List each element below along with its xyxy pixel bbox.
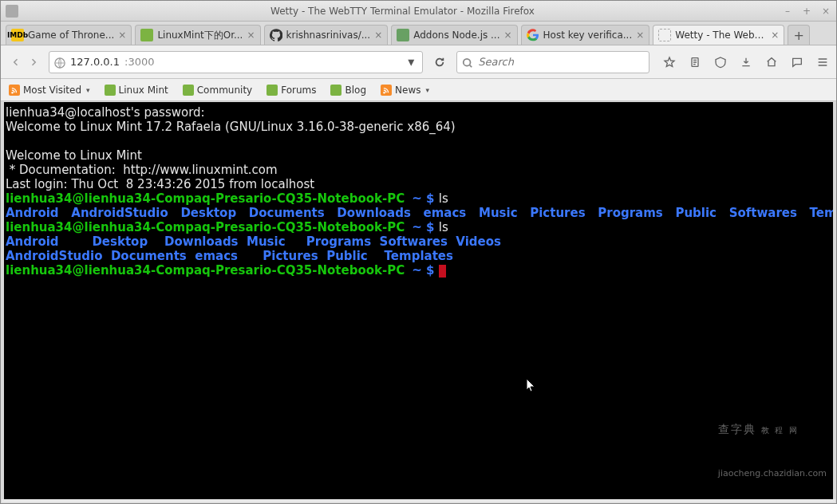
tab-label: LinuxMint下的Or... [157, 29, 243, 42]
search-input[interactable] [478, 56, 644, 68]
watermark-url: jiaocheng.chazidian.com [718, 467, 827, 481]
url-dropdown-icon[interactable]: ▾ [408, 54, 417, 69]
mint-icon [330, 85, 342, 96]
window-controls: – + × [782, 6, 831, 17]
url-port: :3000 [124, 56, 154, 68]
term-line: Welcome to Linux Mint 17.2 Rafaela (GNU/… [6, 120, 456, 134]
tab-item[interactable]: Addons Node.js ... × [391, 25, 517, 45]
bookmark-blog[interactable]: Blog [330, 85, 366, 96]
bookmark-label: Forums [281, 85, 316, 96]
github-favicon [270, 29, 282, 41]
term-line: Last login: Thu Oct 8 23:43:26 2015 from… [6, 177, 314, 191]
bookmark-linux-mint[interactable]: Linux Mint [105, 85, 168, 96]
downloads-icon[interactable] [739, 55, 753, 69]
menu-icon[interactable] [815, 55, 830, 69]
browser-tabstrip: IMDb Game of Throne... × LinuxMint下的Or..… [1, 22, 836, 45]
chat-icon[interactable] [790, 55, 804, 69]
pocket-icon[interactable] [713, 55, 728, 69]
google-favicon [527, 29, 539, 41]
window-titlebar: Wetty - The WebTTY Terminal Emulator - M… [1, 1, 836, 22]
terminal-output[interactable]: lienhua34@localhost's password: Welcome … [4, 102, 833, 500]
term-prompt-path: ~ [412, 263, 422, 278]
bookmark-label: Blog [345, 85, 366, 96]
watermark-big: 查字典 教 程 网 [718, 422, 827, 438]
tab-label: Game of Throne... [28, 30, 114, 41]
tab-close-icon[interactable]: × [118, 30, 126, 41]
maximize-button[interactable]: + [801, 6, 812, 17]
tab-close-icon[interactable]: × [374, 30, 382, 41]
bookmark-news[interactable]: News ▾ [381, 85, 429, 96]
bookmark-label: Most Visited [23, 85, 81, 96]
tab-close-icon[interactable]: × [247, 30, 255, 41]
tab-close-icon[interactable]: × [636, 30, 644, 41]
node-favicon [397, 29, 409, 41]
tab-label: Addons Node.js ... [413, 30, 499, 41]
tab-label: krishnasrinivas/... [286, 30, 371, 41]
tab-label: Wetty - The WebTTY ... [675, 30, 767, 41]
term-ls-output: Android Desktop Downloads Music Programs… [6, 234, 501, 249]
term-prompt-path: ~ [412, 191, 422, 206]
bookmark-most-visited[interactable]: Most Visited ▾ [9, 85, 90, 96]
tab-close-icon[interactable]: × [503, 30, 511, 41]
tab-item-active[interactable]: Wetty - The WebTTY ... × [653, 25, 784, 45]
terminal-cursor [439, 265, 446, 278]
reload-button[interactable] [431, 53, 448, 71]
term-prompt-userhost: lienhua34@lienhua34-Compaq-Presario-CQ35… [6, 191, 405, 206]
blank-favicon [658, 29, 671, 41]
rss-icon [9, 85, 20, 96]
window-app-icon [6, 5, 18, 18]
term-line: Welcome to Linux Mint [6, 148, 142, 163]
tab-item[interactable]: krishnasrinivas/... × [264, 25, 389, 45]
tab-close-icon[interactable]: × [771, 30, 779, 41]
bookmark-forums[interactable]: Forums [266, 85, 316, 96]
minimize-button[interactable]: – [782, 6, 793, 17]
tab-item[interactable]: IMDb Game of Throne... × [6, 25, 132, 45]
imdb-favicon: IMDb [11, 29, 24, 41]
term-line: lienhua34@localhost's password: [6, 105, 205, 120]
bookmark-label: Community [197, 85, 252, 96]
term-prompt-sep: $ [422, 191, 439, 206]
nav-toolbar: 127.0.0.1:3000 ▾ [1, 45, 836, 79]
bookmark-label: News [395, 85, 420, 96]
svg-point-1 [464, 58, 471, 65]
rss-icon [381, 85, 392, 96]
tab-item[interactable]: Host key verifica... × [521, 25, 650, 45]
tab-item[interactable]: LinuxMint下的Or... × [135, 25, 260, 45]
nav-arrows [7, 53, 42, 71]
term-ls-output: Android AndroidStudio Desktop Documents … [6, 206, 833, 220]
site-identity-icon[interactable] [54, 57, 65, 68]
close-button[interactable]: × [820, 6, 831, 17]
term-command: ls [439, 191, 448, 206]
term-line: * Documentation: http://www.linuxmint.co… [6, 163, 278, 177]
mint-favicon [140, 29, 153, 41]
window-frame-bottom [2, 499, 835, 502]
term-prompt-userhost: lienhua34@lienhua34-Compaq-Presario-CQ35… [6, 263, 405, 278]
watermark: 查字典 教 程 网 jiaocheng.chazidian.com [718, 393, 827, 495]
window-title: Wetty - The WebTTY Terminal Emulator - M… [23, 6, 782, 17]
term-prompt-sep: $ [422, 263, 439, 278]
mint-icon [105, 85, 116, 96]
new-tab-button[interactable]: + [788, 25, 810, 45]
bookmark-label: Linux Mint [119, 85, 168, 96]
url-bar[interactable]: 127.0.0.1:3000 ▾ [49, 51, 423, 73]
term-prompt-userhost: lienhua34@lienhua34-Compaq-Presario-CQ35… [6, 220, 405, 234]
toolbar-right [662, 55, 830, 69]
mint-icon [183, 85, 194, 96]
bookmark-star-icon[interactable] [662, 55, 677, 69]
reader-icon[interactable] [688, 55, 702, 69]
tab-label: Host key verifica... [543, 30, 633, 41]
search-bar[interactable] [456, 51, 649, 73]
term-command: ls [439, 220, 448, 234]
mint-icon [266, 85, 278, 96]
term-prompt-path: ~ [412, 220, 422, 234]
term-prompt-sep: $ [422, 220, 439, 234]
chevron-down-icon: ▾ [425, 86, 429, 94]
bookmarks-toolbar: Most Visited ▾ Linux Mint Community Foru… [1, 79, 836, 101]
home-icon[interactable] [764, 55, 779, 69]
forward-button[interactable] [25, 53, 42, 71]
bookmark-community[interactable]: Community [183, 85, 252, 96]
search-icon [462, 57, 473, 68]
chevron-down-icon: ▾ [86, 86, 90, 94]
back-button[interactable] [7, 53, 25, 71]
url-host: 127.0.0.1 [70, 56, 120, 68]
